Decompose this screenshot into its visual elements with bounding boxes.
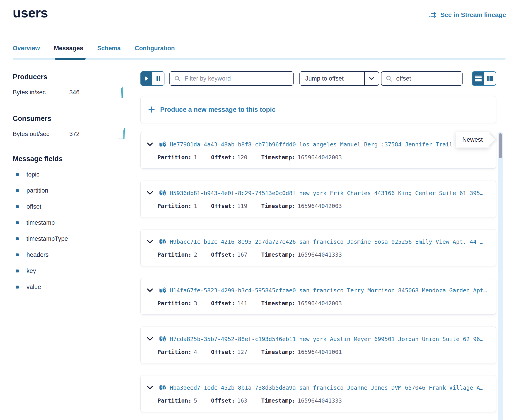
message-value-preview: Hba30eed7-1edc-452b-8b1a-738d3b5d8a9a sa… (170, 384, 490, 391)
field-item-topic: topic (16, 171, 128, 178)
timestamp-label: Timestamp: (261, 154, 295, 161)
messages-panel: Jump to offset (140, 68, 496, 420)
filter-field (169, 71, 293, 86)
partition-label: Partition: (157, 300, 192, 307)
offset-value: 167 (237, 251, 247, 258)
field-item-key: key (16, 268, 128, 275)
expand-chevron-icon[interactable] (147, 386, 153, 390)
tab-active-underline (55, 58, 86, 60)
message-row[interactable]: �� H9bacc71c-b12c-4216-8e95-2a7da727e426… (140, 229, 496, 266)
message-key-bytes: �� (159, 190, 166, 196)
message-value-preview: H9bacc71c-b12c-4216-8e95-2a7da727e426 sa… (170, 239, 490, 245)
bytes-out-stat: Bytes out/sec 372 (13, 128, 128, 140)
partition-value: 4 (194, 349, 197, 355)
expand-chevron-icon[interactable] (147, 240, 153, 244)
message-row[interactable]: �� H7cda825b-35b7-4952-88ef-c193d546eb11… (140, 327, 496, 363)
timestamp-label: Timestamp: (261, 203, 295, 209)
square-bullet-icon (16, 254, 19, 256)
field-item-offset: offset (16, 203, 128, 210)
offset-label: Offset: (211, 154, 235, 161)
message-key-bytes: �� (159, 287, 166, 294)
timestamp-label: Timestamp: (261, 251, 295, 258)
bytes-in-sparkline (119, 86, 128, 98)
tab-overview[interactable]: Overview (13, 44, 40, 52)
tab-configuration[interactable]: Configuration (135, 44, 175, 52)
play-pause-control (140, 71, 164, 86)
message-key-bytes: �� (159, 141, 166, 148)
field-label: value (26, 284, 41, 291)
message-value-preview: H7cda825b-35b7-4952-88ef-c193d546eb11 ne… (170, 336, 490, 342)
offset-value: 163 (237, 397, 247, 404)
produce-message-button[interactable]: Produce a new message to this topic (140, 96, 496, 123)
offset-input[interactable] (396, 75, 458, 82)
message-key-bytes: �� (159, 239, 166, 245)
offset-label: Offset: (211, 349, 235, 355)
offset-label: Offset: (211, 300, 235, 307)
filter-input[interactable] (184, 75, 289, 82)
partition-label: Partition: (157, 154, 192, 161)
partition-label: Partition: (157, 251, 192, 258)
play-button[interactable] (141, 72, 153, 85)
tab-underline-track (13, 58, 506, 60)
message-value-preview: He77981da-4a43-48ab-b8f8-cb71b96ffdd0 lo… (170, 141, 490, 148)
field-item-timestamp: timestamp (16, 219, 128, 226)
consumers-section: Consumers Bytes out/sec 372 (13, 114, 128, 140)
jump-to-offset-label: Jump to offset (300, 72, 364, 85)
timestamp-value: 1659644042003 (298, 154, 342, 161)
message-list: �� He77981da-4a43-48ab-b8f8-cb71b96ffdd0… (140, 132, 496, 412)
timestamp-value: 1659644042003 (298, 300, 342, 307)
field-label: key (26, 268, 36, 275)
message-key-bytes: �� (159, 336, 166, 342)
producers-section: Producers Bytes in/sec 346 (13, 73, 128, 98)
timestamp-value: 1659644041001 (298, 349, 342, 355)
newest-tooltip: Newest (456, 132, 489, 148)
jump-to-offset-select[interactable]: Jump to offset (300, 71, 379, 86)
partition-label: Partition: (157, 397, 192, 404)
field-label: offset (26, 203, 41, 210)
stream-lineage-link[interactable]: See in Stream lineage (429, 11, 506, 19)
bytes-out-sparkline (118, 128, 128, 140)
split-view-icon (486, 75, 493, 82)
message-fields-heading: Message fields (13, 155, 128, 163)
partition-value: 1 (194, 203, 197, 209)
offset-field (381, 71, 462, 86)
split-view-button[interactable] (484, 72, 496, 85)
scrollbar-thumb[interactable] (499, 133, 502, 158)
partition-label: Partition: (157, 349, 192, 355)
message-row[interactable]: �� H14fa67fe-5823-4299-b3c4-595845cfcae0… (140, 278, 496, 315)
message-list-scrollbar[interactable] (498, 132, 503, 420)
field-label: timestamp (26, 219, 55, 226)
produce-message-label: Produce a new message to this topic (160, 106, 276, 113)
timestamp-value: 1659644042003 (298, 203, 342, 209)
expand-chevron-icon[interactable] (147, 289, 153, 292)
square-bullet-icon (16, 189, 19, 192)
square-bullet-icon (16, 221, 19, 224)
search-icon (174, 75, 181, 82)
tab-schema[interactable]: Schema (97, 44, 121, 52)
expand-chevron-icon[interactable] (147, 337, 153, 341)
stream-lineage-icon (429, 12, 437, 18)
message-row[interactable]: �� Hba30eed7-1edc-452b-8b1a-738d3b5d8a9a… (140, 375, 496, 412)
search-icon (385, 75, 392, 82)
list-view-button[interactable] (472, 72, 484, 85)
topic-tabs: Overview Messages Schema Configuration (13, 44, 506, 60)
expand-chevron-icon[interactable] (147, 191, 153, 195)
offset-label: Offset: (211, 251, 235, 258)
message-fields-list: topic partition offset timestamp timesta… (13, 171, 128, 291)
view-toggle (472, 71, 496, 86)
chevron-down-icon (365, 72, 379, 85)
field-item-headers: headers (16, 251, 128, 258)
message-value-preview: H5936db81-b943-4e0f-8c29-74513e0c0d8f ne… (170, 190, 490, 196)
message-row[interactable]: �� He77981da-4a43-48ab-b8f8-cb71b96ffdd0… (140, 132, 496, 169)
newest-tooltip-label: Newest (462, 136, 483, 143)
tab-messages[interactable]: Messages (54, 44, 83, 52)
producers-heading: Producers (13, 73, 128, 81)
field-item-value: value (16, 284, 128, 291)
message-row[interactable]: �� H5936db81-b943-4e0f-8c29-74513e0c0d8f… (140, 180, 496, 217)
pause-button[interactable] (153, 72, 164, 85)
field-item-timestampType: timestampType (16, 235, 128, 242)
field-label: headers (26, 251, 49, 258)
expand-chevron-icon[interactable] (147, 142, 153, 146)
offset-label: Offset: (211, 397, 235, 404)
partition-label: Partition: (157, 203, 192, 209)
